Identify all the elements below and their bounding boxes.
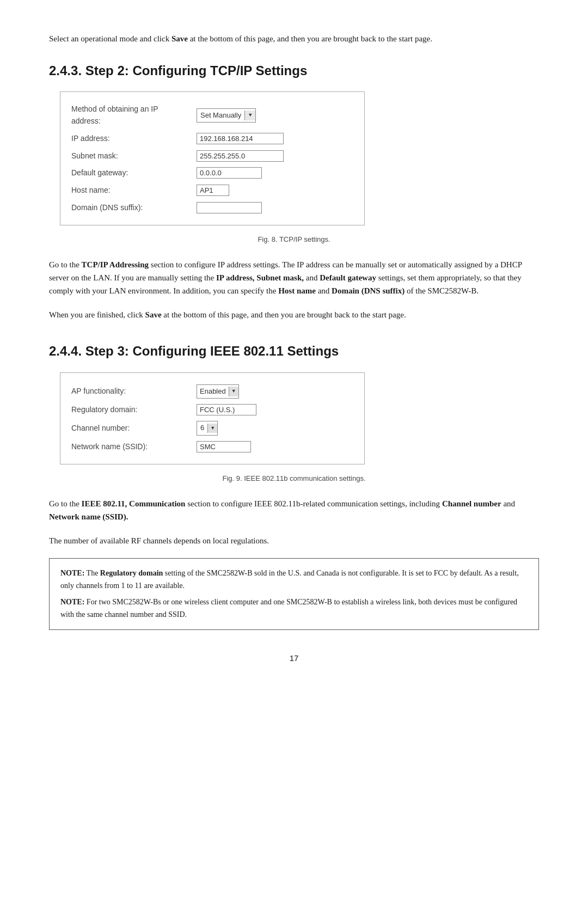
dropdown-arrow-icon[interactable]: ▼	[244, 111, 255, 120]
section1-paragraph1: Go to the TCP/IP Addressing section to c…	[49, 258, 539, 297]
field-value	[194, 182, 290, 199]
field-value: 6 ▼	[194, 418, 263, 438]
section2-paragraph2: The number of available RF channels depe…	[49, 534, 539, 547]
field-label: Method of obtaining an IP address:	[69, 101, 194, 130]
field-label: Network name (SSID):	[69, 438, 194, 456]
note-box: NOTE: The Regulatory domain setting of t…	[49, 558, 539, 630]
channel-number-dropdown[interactable]: 6 ▼	[197, 421, 218, 435]
table-row: Domain (DNS suffix):	[69, 199, 290, 217]
field-value	[194, 401, 263, 419]
field-value: Set Manually ▼	[194, 101, 290, 130]
subnet-mask-input[interactable]	[197, 150, 284, 162]
section2-paragraph1: Go to the IEEE 802.11, Communication sec…	[49, 497, 539, 523]
channel-arrow-icon[interactable]: ▼	[207, 424, 217, 433]
channel-number-value: 6	[197, 421, 207, 435]
table-row: Regulatory domain:	[69, 401, 263, 419]
tcpip-settings-table: Method of obtaining an IP address: Set M…	[60, 91, 365, 225]
field-value	[194, 438, 263, 456]
note-text1: NOTE: The Regulatory domain setting of t…	[60, 567, 528, 592]
ssid-input[interactable]	[197, 441, 251, 452]
page-number: 17	[49, 652, 539, 664]
section1-paragraph2: When you are finished, click Save at the…	[49, 308, 539, 321]
ip-method-dropdown[interactable]: Set Manually ▼	[197, 108, 256, 123]
regulatory-domain-input[interactable]	[197, 404, 256, 415]
table-row: Channel number: 6 ▼	[69, 418, 263, 438]
field-label: Subnet mask:	[69, 148, 194, 165]
intro-paragraph: Select an operational mode and click Sav…	[49, 33, 539, 45]
table-row: Default gateway:	[69, 164, 290, 182]
field-label: Default gateway:	[69, 164, 194, 182]
host-name-input[interactable]	[197, 185, 229, 196]
table-row: Network name (SSID):	[69, 438, 263, 456]
field-value: Enabled ▼	[194, 382, 263, 401]
default-gateway-input[interactable]	[197, 167, 262, 179]
table-row: IP address:	[69, 130, 290, 148]
field-label: Host name:	[69, 182, 194, 199]
section2-heading: 2.4.4. Step 3: Configuring IEEE 802.11 S…	[49, 341, 539, 361]
field-value	[194, 164, 290, 182]
table-row: Method of obtaining an IP address: Set M…	[69, 101, 290, 130]
field-label: Domain (DNS suffix):	[69, 199, 194, 217]
ap-functionality-value: Enabled	[197, 385, 229, 398]
ip-address-input[interactable]	[197, 133, 284, 144]
field-value	[194, 148, 290, 165]
fig8-caption: Fig. 8. TCP/IP settings.	[49, 234, 539, 245]
ap-functionality-dropdown[interactable]: Enabled ▼	[197, 384, 239, 399]
table-row: Host name:	[69, 182, 290, 199]
field-value	[194, 130, 290, 148]
table-row: AP functionality: Enabled ▼	[69, 382, 263, 401]
section1-heading: 2.4.3. Step 2: Configuring TCP/IP Settin…	[49, 60, 539, 81]
ieee80211-settings-table: AP functionality: Enabled ▼ Regulatory d…	[60, 372, 365, 465]
dns-suffix-input[interactable]	[197, 202, 262, 213]
table-row: Subnet mask:	[69, 148, 290, 165]
field-label: Regulatory domain:	[69, 401, 194, 419]
field-label: Channel number:	[69, 418, 194, 438]
fig9-caption: Fig. 9. IEEE 802.11b communication setti…	[49, 473, 539, 484]
note-text2: NOTE: For two SMC2582W-Bs or one wireles…	[60, 596, 528, 621]
field-label: AP functionality:	[69, 382, 194, 401]
field-value	[194, 199, 290, 217]
field-label: IP address:	[69, 130, 194, 148]
ip-method-value: Set Manually	[197, 109, 244, 122]
ap-dropdown-arrow-icon[interactable]: ▼	[229, 387, 238, 396]
